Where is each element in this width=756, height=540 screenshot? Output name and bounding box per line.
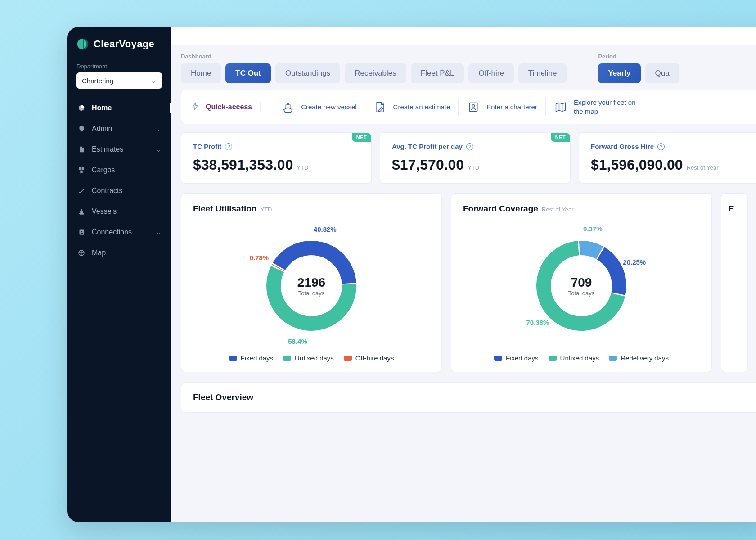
tab-receivables[interactable]: Receivables — [345, 63, 406, 83]
tab-off-hire[interactable]: Off-hire — [468, 63, 513, 83]
sidebar-item-map[interactable]: Map — [68, 243, 171, 263]
legend-item: Fixed days — [494, 354, 539, 362]
quick-access-create-new-vessel[interactable]: Create new vessel — [273, 98, 365, 116]
kpi-badge: NET — [352, 133, 371, 142]
sidebar-item-estimates[interactable]: Estimates⌄ — [68, 139, 171, 160]
app-window: ClearVoyage Department: Chartering ⌄ Hom… — [68, 27, 756, 522]
kpi-caption: Rest of Year — [687, 164, 719, 171]
tab-timeline[interactable]: Timeline — [518, 63, 567, 83]
fleet-util-legend: Fixed daysUnfixed daysOff-hire days — [193, 354, 430, 362]
sidebar-item-label: Map — [92, 249, 106, 257]
nav-list: HomeAdmin⌄Estimates⌄CargosContractsVesse… — [68, 98, 171, 263]
brand-logo: ClearVoyage — [68, 38, 171, 63]
svg-rect-2 — [80, 171, 82, 173]
quick-access-create-an-estimate[interactable]: Create an estimate — [365, 98, 459, 116]
fleet-util-caption: YTD — [260, 206, 272, 213]
pct-label: 0.78% — [250, 254, 269, 261]
legend-swatch — [609, 356, 617, 361]
fleet-util-center: 2196 Total days — [253, 227, 370, 344]
kpi-title: Avg. TC Profit per day — [392, 143, 463, 150]
quick-access-header: Quick-access — [191, 102, 261, 112]
kpi-value: $38,591,353.00 — [193, 157, 293, 173]
legend-label: Unfixed days — [295, 354, 334, 362]
sidebar-item-label: Connections — [92, 228, 132, 236]
kpi-title: TC Profit — [193, 143, 221, 150]
tab-home[interactable]: Home — [181, 63, 221, 83]
content: Dashboard HomeTC OutOutstandingsReceivab… — [171, 45, 756, 522]
fwd-cov-center: 709 Total days — [523, 227, 640, 344]
sidebar-item-label: Vessels — [92, 207, 117, 216]
quick-access-label: Explore your fleet on the map — [574, 98, 641, 116]
quick-access-label: Create new vessel — [301, 103, 356, 112]
sidebar-item-cargos[interactable]: Cargos — [68, 160, 171, 180]
department-value: Chartering — [82, 77, 113, 85]
tab-fleet-p-l[interactable]: Fleet P&L — [411, 63, 464, 83]
globe-icon — [77, 249, 86, 257]
pie-chart-icon — [77, 104, 86, 112]
kpi-title: Forward Gross Hire — [591, 143, 654, 150]
period-tabs: YearlyQua — [598, 63, 679, 83]
shield-icon — [77, 125, 86, 133]
dashboard-tab-group: Dashboard HomeTC OutOutstandingsReceivab… — [181, 53, 567, 83]
legend-item: Unfixed days — [283, 354, 334, 362]
chevron-down-icon: ⌄ — [156, 229, 161, 236]
peek-title: E — [729, 204, 734, 213]
sidebar-item-connections[interactable]: Connections⌄ — [68, 222, 171, 243]
department-label: Department: — [68, 63, 171, 72]
sidebar-item-label: Estimates — [92, 145, 123, 153]
quick-access-explore-your-fleet-on-the-map[interactable]: Explore your fleet on the map — [546, 98, 649, 116]
fwd-cov-caption: Rest of Year — [542, 206, 574, 213]
doc-write-icon — [374, 100, 387, 114]
svg-point-8 — [472, 104, 475, 107]
tab-outstandings[interactable]: Outstandings — [275, 63, 340, 83]
sidebar-item-contracts[interactable]: Contracts — [68, 180, 171, 201]
dashboard-tabs: HomeTC OutOutstandingsReceivablesFleet P… — [181, 63, 567, 83]
sidebar-item-vessels[interactable]: Vessels — [68, 201, 171, 222]
bolt-icon — [191, 102, 199, 112]
fleet-utilisation-card: Fleet Utilisation YTD 2196 Total days 40… — [181, 194, 442, 372]
pct-label: 20.25% — [623, 258, 646, 266]
tab-tc-out[interactable]: TC Out — [225, 63, 271, 83]
chevron-down-icon: ⌄ — [156, 126, 161, 132]
fwd-cov-donut: 709 Total days 20.25%70.38%9.37% — [523, 227, 640, 344]
legend-item: Redelivery days — [609, 354, 669, 362]
chart-row: Fleet Utilisation YTD 2196 Total days 40… — [181, 194, 756, 372]
sidebar-item-admin[interactable]: Admin⌄ — [68, 118, 171, 139]
fleet-overview-title: Fleet Overview — [193, 392, 253, 402]
dashboard-label: Dashboard — [181, 53, 567, 60]
period-tab-qua[interactable]: Qua — [645, 63, 680, 83]
legend-swatch — [344, 356, 352, 361]
period-tab-yearly[interactable]: Yearly — [598, 63, 640, 83]
svg-rect-1 — [82, 167, 84, 170]
quick-access-label: Create an estimate — [393, 103, 450, 112]
quick-access-title: Quick-access — [206, 103, 252, 111]
fwd-cov-center-value: 709 — [571, 275, 592, 290]
legend-item: Off-hire days — [344, 354, 394, 362]
contact-icon — [77, 228, 86, 236]
boxes-icon — [77, 166, 86, 174]
department-select[interactable]: Chartering ⌄ — [76, 72, 162, 89]
help-icon[interactable]: ? — [657, 143, 665, 150]
quick-access-enter-a-charterer[interactable]: Enter a charterer — [459, 98, 546, 116]
legend-label: Redelivery days — [621, 354, 669, 362]
quick-access-card: Quick-access Create new vesselCreate an … — [181, 90, 756, 124]
fwd-cov-center-label: Total days — [568, 290, 595, 297]
legend-label: Unfixed days — [560, 354, 599, 362]
legend-swatch — [494, 356, 502, 361]
legend-swatch — [283, 356, 291, 361]
pct-label: 40.82% — [314, 225, 337, 233]
kpi-row: NETTC Profit?$38,591,353.00YTDNETAvg. TC… — [181, 132, 756, 184]
kpi-caption: YTD — [297, 164, 308, 171]
kpi-badge: NET — [551, 133, 570, 142]
sidebar-item-home[interactable]: Home — [68, 98, 171, 118]
legend-label: Fixed days — [506, 354, 539, 362]
sidebar: ClearVoyage Department: Chartering ⌄ Hom… — [68, 27, 171, 522]
legend-label: Fixed days — [241, 354, 274, 362]
svg-point-5 — [81, 231, 82, 232]
chevron-down-icon: ⌄ — [156, 146, 161, 153]
help-icon[interactable]: ? — [466, 143, 473, 150]
chart-card-peek: E — [721, 194, 748, 372]
kpi-card-0: NETTC Profit?$38,591,353.00YTD — [181, 132, 372, 184]
help-icon[interactable]: ? — [225, 143, 232, 150]
legend-item: Fixed days — [229, 354, 274, 362]
